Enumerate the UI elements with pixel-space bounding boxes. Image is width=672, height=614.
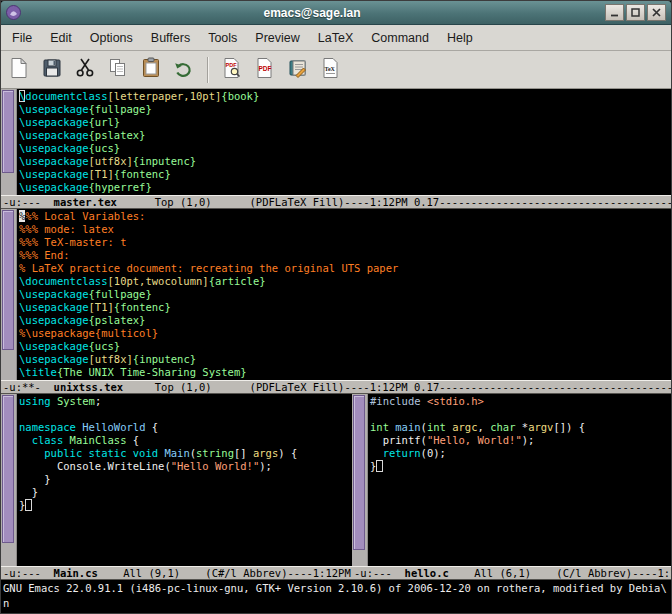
window-main-cs: using System;namespace HelloWorld { clas… [1, 394, 352, 580]
pdf-preview-button[interactable]: PDF [217, 55, 247, 85]
code-line: \documentclass[10pt,twocolumn]{article} [19, 275, 671, 288]
modeline-hello-c[interactable]: -u:--- hello.c All (6,1) (C/l Abbrev)---… [352, 566, 671, 580]
code-line: \documentclass[letterpaper,10pt]{book} [19, 90, 671, 103]
pdf-view-button[interactable]: PDF [250, 55, 280, 85]
menu-item-options[interactable]: Options [81, 25, 142, 50]
modeline-prefix: -u:**- [3, 381, 54, 393]
code-line: \usepackage[utf8x]{inputenc} [19, 155, 671, 168]
code-line: Console.WriteLine("Hello World!"); [19, 460, 352, 473]
scrollbar-thumb[interactable] [2, 395, 14, 543]
menu-item-buffers[interactable]: Buffers [142, 25, 199, 50]
modeline-buffer-name: hello.c [405, 567, 449, 579]
modeline-prefix: -u:--- [3, 567, 54, 579]
modeline-unixtss-tex[interactable]: -u:**- unixtss.tex Top (1,0) (PDFLaTeX F… [1, 380, 671, 394]
bottom-split: using System;namespace HelloWorld { clas… [1, 394, 671, 580]
menu-item-tools[interactable]: Tools [199, 25, 246, 50]
modeline-info: Top (1,0) (PDFLaTeX Fill)----1:12PM 0.17… [117, 196, 671, 208]
code-line: \title{The UNIX Time-Sharing System} [19, 366, 671, 379]
code-line: namespace HelloWorld { [19, 421, 352, 434]
modeline-buffer-name: master.tex [54, 196, 117, 208]
code-line: % LaTeX practice document: recreating th… [19, 262, 671, 275]
echo-area[interactable]: GNU Emacs 22.0.91.1 (i486-pc-linux-gnu, … [1, 580, 671, 613]
minimize-button[interactable] [605, 4, 624, 21]
menu-item-edit[interactable]: Edit [41, 25, 81, 50]
code-line: public static void Main(string[] args) { [19, 447, 352, 460]
scrollbar-master-tex[interactable] [1, 89, 17, 195]
menu-item-help[interactable]: Help [438, 25, 482, 50]
modeline-main-cs[interactable]: -u:--- Main.cs All (9,1) (C#/l Abbrev)--… [1, 566, 352, 580]
emacs-frame: \documentclass[letterpaper,10pt]{book}\u… [1, 89, 671, 613]
emacs-app-icon [6, 5, 21, 20]
scrollbar-thumb[interactable] [353, 395, 365, 550]
notebook-pencil-icon [287, 57, 309, 83]
code-line: int main(int argc, char *argv[]) { [370, 421, 671, 434]
titlebar-buttons [603, 4, 666, 21]
svg-text:PDF: PDF [226, 61, 238, 67]
scrollbar-thumb[interactable] [2, 210, 14, 350]
window-master-tex: \documentclass[letterpaper,10pt]{book}\u… [1, 89, 671, 195]
modeline-buffer-name: unixtss.tex [54, 381, 124, 393]
modeline-buffer-name: Main.cs [54, 567, 98, 579]
code-line: return(0); [370, 447, 671, 460]
code-line: %%% End: [19, 249, 671, 262]
svg-text:PDF: PDF [259, 64, 272, 71]
new-file-button[interactable] [4, 55, 34, 85]
cut-button[interactable] [70, 55, 100, 85]
code-line: #include <stdio.h> [370, 395, 671, 408]
pdf-icon: PDF [254, 57, 276, 83]
code-line: class MainClass { [19, 434, 352, 447]
toolbar-separator [207, 57, 209, 83]
menu-item-file[interactable]: File [3, 25, 41, 50]
clipboard-icon [140, 57, 162, 83]
code-line: \usepackage[T1]{fontenc} [19, 301, 671, 314]
code-line: \usepackage[T1]{fontenc} [19, 168, 671, 181]
paste-button[interactable] [136, 55, 166, 85]
save-button[interactable] [37, 55, 67, 85]
window-unixtss-tex: %%% Local Variables: %%% mode: latex%%% … [1, 209, 671, 380]
menu-item-latex[interactable]: LaTeX [309, 25, 362, 50]
tex-icon: TeX [320, 57, 342, 83]
buffer-master-tex[interactable]: \documentclass[letterpaper,10pt]{book}\u… [17, 89, 671, 195]
buffer-hello-c[interactable]: #include <stdio.h>int main(int argc, cha… [368, 394, 671, 566]
echo-line-2: n [3, 597, 671, 612]
emacs-window: emacs@sage.lan FileEditOptionsBuffersToo… [0, 0, 672, 614]
code-line: \usepackage{fullpage} [19, 103, 671, 116]
scissors-icon [74, 57, 96, 83]
pdf-preview-icon: PDF [221, 57, 243, 83]
code-line: printf("Hello, World!"); [370, 434, 671, 447]
buffer-unixtss-tex[interactable]: %%% Local Variables: %%% mode: latex%%% … [17, 209, 671, 380]
modeline-prefix: -u:--- [354, 567, 405, 579]
code-line: \usepackage[utf8x]{inputenc} [19, 353, 671, 366]
buffer-main-cs[interactable]: using System;namespace HelloWorld { clas… [17, 394, 352, 566]
toolbar: PDF PDF TeX [1, 51, 671, 89]
close-button[interactable] [647, 4, 666, 21]
code-line: %%% mode: latex [19, 223, 671, 236]
undo-button[interactable] [169, 55, 199, 85]
code-line [19, 408, 352, 421]
code-line: } [370, 460, 671, 473]
code-line: \usepackage{pslatex} [19, 314, 671, 327]
code-line: using System; [19, 395, 352, 408]
titlebar[interactable]: emacs@sage.lan [1, 1, 671, 25]
notebook-button[interactable] [283, 55, 313, 85]
copy-button[interactable] [103, 55, 133, 85]
window-hello-c: #include <stdio.h>int main(int argc, cha… [352, 394, 671, 580]
scrollbar-unixtss-tex[interactable] [1, 209, 17, 380]
save-icon [41, 57, 63, 83]
modeline-prefix: -u:--- [3, 196, 54, 208]
code-line: } [19, 499, 352, 512]
scrollbar-hello-c[interactable] [352, 394, 368, 566]
modeline-info: All (6,1) (C/l Abbrev)----1:12PM 0.17---… [449, 567, 671, 579]
tex-typeset-button[interactable]: TeX [316, 55, 346, 85]
modeline-master-tex[interactable]: -u:--- master.tex Top (1,0) (PDFLaTeX Fi… [1, 195, 671, 209]
code-line: \usepackage{pslatex} [19, 129, 671, 142]
scrollbar-main-cs[interactable] [1, 394, 17, 566]
code-line: } [19, 473, 352, 486]
menu-item-preview[interactable]: Preview [246, 25, 308, 50]
maximize-button[interactable] [626, 4, 645, 21]
scrollbar-thumb[interactable] [2, 90, 14, 173]
code-line [370, 408, 671, 421]
menu-item-command[interactable]: Command [362, 25, 438, 50]
echo-line-1: GNU Emacs 22.0.91.1 (i486-pc-linux-gnu, … [3, 582, 671, 597]
code-line: %%% Local Variables: [19, 210, 671, 223]
